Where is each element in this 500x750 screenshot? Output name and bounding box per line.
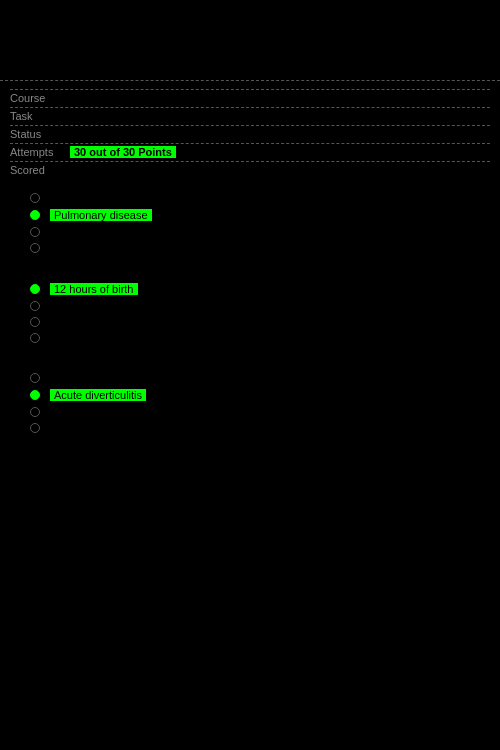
course-label: Course — [10, 92, 70, 104]
q2-option-3[interactable] — [20, 317, 480, 327]
q1-option-4[interactable] — [20, 243, 480, 253]
q1-radio-2[interactable] — [30, 210, 40, 220]
q3-label-2: Acute diverticulitis — [50, 389, 146, 401]
q3-option-4[interactable] — [20, 423, 480, 433]
q2-label-1: 12 hours of birth — [50, 283, 138, 295]
q1-radio-1[interactable] — [30, 193, 40, 203]
header-section: Course Task Status Attempts 30 out of 30… — [0, 80, 500, 183]
q3-radio-3[interactable] — [30, 407, 40, 417]
questions-area: Pulmonary disease 12 hours of birth — [0, 183, 500, 473]
q1-option-2[interactable]: Pulmonary disease — [20, 209, 480, 221]
q3-option-2[interactable]: Acute diverticulitis — [20, 389, 480, 401]
status-label: Status — [10, 128, 70, 140]
q2-option-2[interactable] — [20, 301, 480, 311]
attempts-row: Attempts 30 out of 30 Points — [10, 143, 490, 160]
task-label: Task — [10, 110, 70, 122]
scored-label: Scored — [10, 164, 70, 176]
q1-label-2: Pulmonary disease — [50, 209, 152, 221]
course-row: Course — [10, 89, 490, 106]
q2-radio-3[interactable] — [30, 317, 40, 327]
question-1-block: Pulmonary disease — [20, 193, 480, 253]
q2-option-1[interactable]: 12 hours of birth — [20, 283, 480, 295]
q1-option-3[interactable] — [20, 227, 480, 237]
q2-radio-2[interactable] — [30, 301, 40, 311]
q1-radio-3[interactable] — [30, 227, 40, 237]
q1-radio-4[interactable] — [30, 243, 40, 253]
q1-option-1[interactable] — [20, 193, 480, 203]
q3-radio-2[interactable] — [30, 390, 40, 400]
q3-option-3[interactable] — [20, 407, 480, 417]
q2-radio-1[interactable] — [30, 284, 40, 294]
attempts-label: Attempts — [10, 146, 70, 158]
q3-option-1[interactable] — [20, 373, 480, 383]
attempts-value: 30 out of 30 Points — [70, 146, 176, 158]
scored-row: Scored — [10, 161, 490, 178]
status-row: Status — [10, 125, 490, 142]
q3-radio-1[interactable] — [30, 373, 40, 383]
q3-radio-4[interactable] — [30, 423, 40, 433]
q2-option-4[interactable] — [20, 333, 480, 343]
task-row: Task — [10, 107, 490, 124]
question-2-block: 12 hours of birth — [20, 283, 480, 343]
q2-radio-4[interactable] — [30, 333, 40, 343]
question-3-block: Acute diverticulitis — [20, 373, 480, 433]
